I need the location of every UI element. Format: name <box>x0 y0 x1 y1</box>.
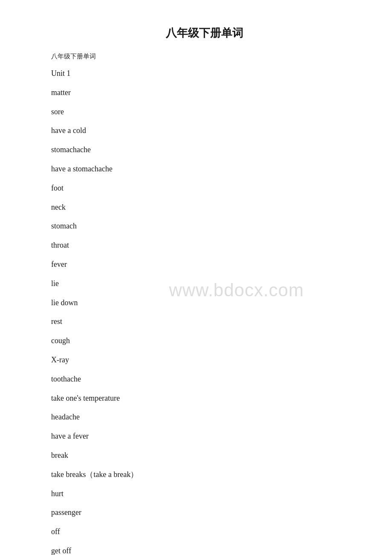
list-item: toothache <box>51 370 358 389</box>
list-item: throat <box>51 236 358 255</box>
list-item: passenger <box>51 503 358 522</box>
list-item: have a stomachache <box>51 159 358 179</box>
list-item: foot <box>51 179 358 198</box>
list-item: fever <box>51 255 358 274</box>
list-item: have a fever <box>51 427 358 446</box>
list-item: sore <box>51 102 358 121</box>
list-item: off <box>51 522 358 541</box>
list-item: break <box>51 446 358 465</box>
page-title: 八年级下册单词 <box>51 26 358 40</box>
page-subtitle: 八年级下册单词 <box>51 52 358 61</box>
word-list: Unit 1mattersorehave a coldstomachacheha… <box>51 64 358 555</box>
list-item: matter <box>51 83 358 102</box>
page-container: 八年级下册单词 八年级下册单词 Unit 1mattersorehave a c… <box>0 0 392 555</box>
list-item: headache <box>51 408 358 427</box>
list-item: stomach <box>51 217 358 236</box>
list-item: get off <box>51 541 358 555</box>
list-item: X-ray <box>51 350 358 370</box>
list-item: lie down <box>51 293 358 312</box>
list-item: hurt <box>51 484 358 503</box>
list-item: have a cold <box>51 121 358 140</box>
list-item: Unit 1 <box>51 64 358 83</box>
list-item: take one's temperature <box>51 389 358 408</box>
list-item: cough <box>51 331 358 350</box>
list-item: neck <box>51 198 358 217</box>
list-item: lie <box>51 274 358 293</box>
list-item: rest <box>51 312 358 331</box>
list-item: stomachache <box>51 140 358 159</box>
list-item: take breaks（take a break） <box>51 465 358 484</box>
